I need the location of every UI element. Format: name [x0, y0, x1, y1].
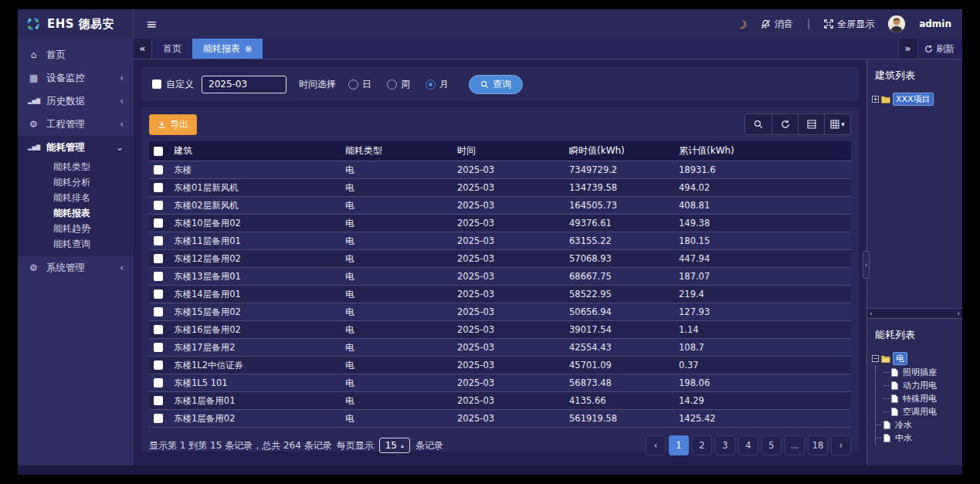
table-row[interactable]: 东楼13层备用01电2025-0368667.75187.07	[149, 268, 851, 286]
row-checkbox[interactable]	[154, 272, 163, 281]
tree-node-label[interactable]: 照明插座	[900, 367, 939, 378]
fullscreen-button[interactable]: 全屏显示	[824, 18, 874, 31]
radio-circle[interactable]	[348, 80, 358, 90]
scroll-left-arrow[interactable]: ‹	[870, 310, 873, 317]
sidebar-item-system-management[interactable]: ⚙ 系统管理 ‹	[18, 256, 134, 279]
tree-node-xxx-project[interactable]: + XXX项目	[872, 92, 958, 107]
row-checkbox[interactable]	[154, 378, 163, 388]
page-size-select[interactable]: 15 ▴	[379, 438, 410, 453]
panel-splitter-handle[interactable]: ‹	[863, 251, 870, 279]
table-refresh-button[interactable]	[771, 114, 798, 134]
page-next-button[interactable]: ›	[831, 435, 851, 455]
row-checkbox[interactable]	[154, 201, 163, 210]
username[interactable]: admin	[919, 19, 951, 29]
sidebar-toggle-icon[interactable]: ≡	[134, 16, 169, 32]
sidebar-item-history-data[interactable]: ▂▅▇ 历史数据 ‹	[18, 90, 134, 113]
table-row[interactable]: 东楼02层新风机电2025-03164505.73408.81	[149, 197, 851, 215]
col-header-cumulative-value[interactable]: 累计值(kWh)	[679, 144, 851, 157]
tree-node-hvac-electric[interactable]: 空调用电	[883, 405, 958, 418]
tree-node-lighting-socket[interactable]: 照明插座	[883, 366, 958, 379]
page-button-1[interactable]: 1	[669, 435, 689, 455]
row-checkbox[interactable]	[154, 165, 163, 174]
tab-scroll-left-button[interactable]: «	[134, 39, 152, 59]
submenu-item-energy-trend[interactable]: 能耗趋势	[18, 221, 134, 236]
sidebar-item-home[interactable]: ⌂ 首页	[18, 43, 134, 66]
table-row[interactable]: 东楼16层备用02电2025-0339017.541.14	[149, 321, 851, 339]
tree-expander-icon[interactable]: +	[872, 96, 879, 103]
tree-node-special-electric[interactable]: 特殊用电	[883, 392, 958, 405]
row-checkbox[interactable]	[154, 254, 163, 263]
sidebar-item-project-management[interactable]: ⚙ 工程管理 ‹	[18, 113, 134, 136]
row-checkbox[interactable]	[154, 289, 163, 299]
row-checkbox[interactable]	[154, 414, 163, 423]
table-row[interactable]: 东楼01层新风机电2025-03134739.58494.02	[149, 179, 851, 197]
col-header-energy-type[interactable]: 能耗类型	[345, 144, 457, 157]
submenu-item-energy-type[interactable]: 能耗类型	[18, 159, 134, 174]
row-checkbox[interactable]	[154, 343, 163, 352]
tree-collapse-icon[interactable]: −	[872, 355, 879, 362]
scroll-right-arrow[interactable]: ›	[957, 310, 960, 317]
tree-node-reclaimed-water[interactable]: 中水	[876, 432, 958, 445]
table-row[interactable]: 东楼17层备用2电2025-0342554.43108.7	[149, 339, 851, 357]
avatar[interactable]	[888, 15, 905, 32]
sidebar-item-energy-management[interactable]: ▂▅▇ 能耗管理 ⌄	[18, 136, 134, 159]
sidebar-item-device-monitor[interactable]: ▦ 设备监控 ‹	[18, 66, 134, 90]
table-row[interactable]: 东楼12层备用02电2025-0357068.93447.94	[149, 250, 851, 268]
page-button-4[interactable]: 4	[738, 435, 758, 455]
tab-close-icon[interactable]: ⊗	[245, 44, 252, 54]
radio-circle[interactable]	[387, 80, 397, 90]
table-row[interactable]: 东楼11层备用01电2025-0363155.22180.15	[149, 232, 851, 250]
query-button[interactable]: 查询	[469, 75, 523, 94]
tree-node-label[interactable]: 动力用电	[900, 380, 939, 391]
row-checkbox[interactable]	[154, 307, 163, 316]
tree-node-label[interactable]: XXX项目	[893, 93, 934, 106]
row-checkbox[interactable]	[154, 325, 163, 334]
export-button[interactable]: 导出	[149, 114, 197, 135]
building-tree-hscrollbar[interactable]: ‹ ›	[867, 308, 962, 318]
table-row[interactable]: 东楼10层备用02电2025-0349376.61149.38	[149, 215, 851, 232]
select-all-checkbox[interactable]	[154, 147, 163, 156]
page-button-2[interactable]: 2	[692, 435, 712, 455]
custom-checkbox[interactable]	[152, 80, 161, 89]
table-row[interactable]: 东楼1L2中信证券电2025-0345701.090.37	[149, 357, 851, 374]
submenu-item-energy-ranking[interactable]: 能耗排名	[18, 190, 134, 205]
submenu-item-energy-query[interactable]: 能耗查询	[18, 236, 134, 252]
col-header-instant-value[interactable]: 瞬时值(kWh)	[569, 144, 679, 157]
table-row[interactable]: 东楼1层备用01电2025-034135.6614.29	[149, 392, 851, 410]
tree-node-label[interactable]: 空调用电	[900, 406, 939, 418]
submenu-item-energy-report[interactable]: 能耗报表	[18, 205, 134, 221]
tree-node-label[interactable]: 冷水	[893, 419, 914, 431]
table-row[interactable]: 东楼1层备用02电2025-03561919.581425.42	[149, 410, 851, 428]
tab-scroll-right-button[interactable]: »	[898, 39, 917, 59]
radio-week[interactable]: 周	[387, 78, 410, 91]
mute-button[interactable]: 消音	[761, 18, 793, 31]
table-row[interactable]: 东楼电2025-037349729.218931.6	[149, 161, 851, 179]
refresh-button[interactable]: 刷新	[917, 39, 962, 59]
tree-node-electric[interactable]: − 电	[872, 351, 958, 366]
col-header-time[interactable]: 时间	[457, 144, 569, 157]
row-checkbox[interactable]	[154, 183, 163, 192]
page-prev-button[interactable]: ‹	[646, 435, 666, 455]
table-view-toggle-button[interactable]	[798, 114, 824, 134]
date-input[interactable]	[202, 76, 287, 93]
row-checkbox[interactable]	[154, 360, 163, 370]
row-checkbox[interactable]	[154, 236, 163, 245]
page-button-5[interactable]: 5	[761, 435, 782, 455]
table-row[interactable]: 东楼14层备用01电2025-0358522.95219.4	[149, 286, 851, 303]
table-columns-button[interactable]: ▾	[824, 114, 850, 134]
tree-node-label[interactable]: 中水	[893, 432, 914, 444]
table-row[interactable]: 东楼1L5 101电2025-0356873.48198.06	[149, 374, 851, 392]
radio-circle-selected[interactable]	[426, 80, 436, 90]
page-button-18[interactable]: 18	[808, 435, 828, 455]
radio-day[interactable]: 日	[348, 78, 371, 91]
table-row[interactable]: 东楼15层备用02电2025-0350656.94127.93	[149, 303, 851, 321]
tab-home[interactable]: 首页	[152, 39, 192, 59]
tree-node-power-electric[interactable]: 动力用电	[883, 379, 958, 392]
table-search-button[interactable]	[745, 114, 771, 134]
radio-month[interactable]: 月	[426, 78, 449, 91]
page-button-3[interactable]: 3	[715, 435, 735, 455]
submenu-item-energy-analysis[interactable]: 能耗分析	[18, 174, 134, 190]
theme-moon-icon[interactable]: ☾	[734, 15, 749, 32]
tree-node-cold-water[interactable]: 冷水	[876, 418, 958, 432]
tab-energy-report[interactable]: 能耗报表 ⊗	[192, 39, 263, 59]
